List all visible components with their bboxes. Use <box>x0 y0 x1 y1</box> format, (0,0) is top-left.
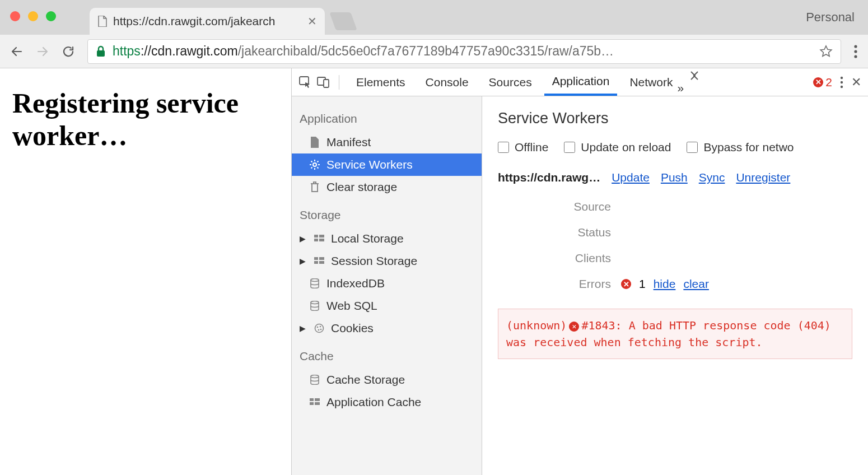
svg-point-7 <box>841 76 843 78</box>
clear-errors-link[interactable]: clear <box>683 277 709 291</box>
sw-origin-text: https://cdn.rawg… <box>498 171 600 184</box>
sidebar-item-manifest[interactable]: Manifest <box>292 131 482 153</box>
reload-button[interactable] <box>62 45 75 58</box>
tab-console[interactable]: Console <box>418 68 477 96</box>
svg-rect-28 <box>315 398 320 401</box>
error-icon: ✕ <box>621 279 631 289</box>
svg-point-1 <box>854 45 857 48</box>
devtools-menu-icon[interactable] <box>840 76 843 89</box>
more-tabs-icon[interactable]: » <box>687 70 698 95</box>
sidebar-item-indexeddb[interactable]: IndexedDB <box>292 272 482 295</box>
browser-menu-icon[interactable] <box>853 44 858 59</box>
page-content: Registering service worker… <box>0 68 291 475</box>
section-cache: Cache <box>292 339 482 369</box>
svg-point-25 <box>320 329 322 330</box>
svg-rect-17 <box>314 261 318 264</box>
tab-application[interactable]: Application <box>544 68 618 96</box>
url-text: https://cdn.rawgit.com/jakearchibald/5dc… <box>113 44 614 59</box>
pane-title: Service Workers <box>498 110 852 127</box>
inspect-icon[interactable] <box>298 76 312 89</box>
file-icon <box>309 137 321 148</box>
svg-point-19 <box>311 279 319 282</box>
sidebar-item-local-storage[interactable]: ▶ Local Storage <box>292 227 482 250</box>
new-tab-button[interactable] <box>329 12 357 30</box>
device-icon[interactable] <box>316 76 330 89</box>
close-devtools-icon[interactable]: ✕ <box>851 75 861 90</box>
svg-point-23 <box>320 326 321 328</box>
browser-tab[interactable]: https://cdn.rawgit.com/jakearch ✕ <box>90 8 325 35</box>
sidebar-item-websql[interactable]: Web SQL <box>292 295 482 317</box>
svg-point-26 <box>311 375 319 378</box>
devtools-panel: Elements Console Sources Application Net… <box>291 68 868 475</box>
options-row: Offline Update on reload Bypass for netw… <box>498 141 852 154</box>
update-on-reload-checkbox[interactable]: Update on reload <box>564 141 671 154</box>
back-button[interactable] <box>10 45 24 58</box>
forward-button[interactable] <box>36 45 49 58</box>
svg-rect-30 <box>315 402 320 405</box>
errors-label: Errors <box>498 277 621 291</box>
svg-rect-12 <box>319 235 324 238</box>
svg-rect-0 <box>97 50 105 57</box>
section-storage: Storage <box>292 198 482 227</box>
expand-icon[interactable]: ▶ <box>300 324 307 333</box>
close-tab-icon[interactable]: ✕ <box>307 15 317 28</box>
svg-point-8 <box>841 81 843 83</box>
source-label: Source <box>498 200 621 213</box>
offline-checkbox[interactable]: Offline <box>498 141 548 154</box>
sw-origin-row: https://cdn.rawg… Update Push Sync Unreg… <box>498 171 852 184</box>
page-heading: Registering service worker… <box>12 87 279 152</box>
svg-point-20 <box>311 301 319 304</box>
error-icon: ✕ <box>569 322 579 332</box>
errors-value: ✕ 1 hide clear <box>621 277 852 291</box>
devtools-header: Elements Console Sources Application Net… <box>292 68 868 96</box>
tab-sources[interactable]: Sources <box>481 68 540 96</box>
lock-icon <box>96 45 106 58</box>
svg-rect-29 <box>310 402 314 405</box>
sidebar-item-application-cache[interactable]: Application Cache <box>292 391 482 413</box>
svg-rect-15 <box>314 257 318 260</box>
close-window-icon[interactable] <box>10 11 20 21</box>
address-bar[interactable]: https://cdn.rawgit.com/jakearchibald/5dc… <box>87 39 841 64</box>
error-badge[interactable]: ✕ 2 <box>813 76 832 89</box>
push-link[interactable]: Push <box>661 171 688 184</box>
tab-elements[interactable]: Elements <box>348 68 413 96</box>
sidebar-item-service-workers[interactable]: Service Workers <box>292 153 482 176</box>
svg-point-9 <box>841 85 843 87</box>
database-icon <box>309 278 321 288</box>
svg-rect-16 <box>319 257 324 260</box>
unregister-link[interactable]: Unregister <box>736 171 790 184</box>
database-icon <box>309 375 321 385</box>
trash-icon <box>309 181 321 193</box>
profile-label[interactable]: Personal <box>806 10 855 25</box>
update-link[interactable]: Update <box>612 171 650 184</box>
status-label: Status <box>498 226 621 239</box>
sync-link[interactable]: Sync <box>699 171 725 184</box>
bypass-network-checkbox[interactable]: Bypass for netwo <box>687 141 794 154</box>
hide-errors-link[interactable]: hide <box>654 277 676 291</box>
sidebar-item-session-storage[interactable]: ▶ Session Storage <box>292 250 482 272</box>
bookmark-icon[interactable] <box>819 45 833 58</box>
maximize-window-icon[interactable] <box>46 11 56 21</box>
error-icon: ✕ <box>813 77 823 87</box>
expand-icon[interactable]: ▶ <box>300 234 307 243</box>
service-workers-pane: Service Workers Offline Update on reload… <box>482 96 868 475</box>
grid-icon <box>313 235 325 243</box>
sidebar-item-clear-storage[interactable]: Clear storage <box>292 176 482 198</box>
svg-rect-18 <box>319 261 324 264</box>
minimize-window-icon[interactable] <box>28 11 38 21</box>
svg-point-2 <box>854 50 857 53</box>
section-application: Application <box>292 102 482 131</box>
grid-icon <box>313 257 325 265</box>
page-icon <box>97 16 108 27</box>
tab-title: https://cdn.rawgit.com/jakearch <box>113 15 275 28</box>
database-icon <box>309 301 321 311</box>
grid-icon <box>309 398 321 406</box>
svg-point-22 <box>317 327 319 328</box>
tab-network[interactable]: Network <box>622 68 680 96</box>
expand-icon[interactable]: ▶ <box>300 257 307 266</box>
application-sidebar: Application Manifest Service Workers Cle… <box>292 96 482 475</box>
cookie-icon <box>313 323 325 333</box>
sidebar-item-cookies[interactable]: ▶ Cookies <box>292 317 482 339</box>
sidebar-item-cache-storage[interactable]: Cache Storage <box>292 369 482 391</box>
error-message-box: (unknown)✕#1843: A bad HTTP response cod… <box>498 309 852 359</box>
